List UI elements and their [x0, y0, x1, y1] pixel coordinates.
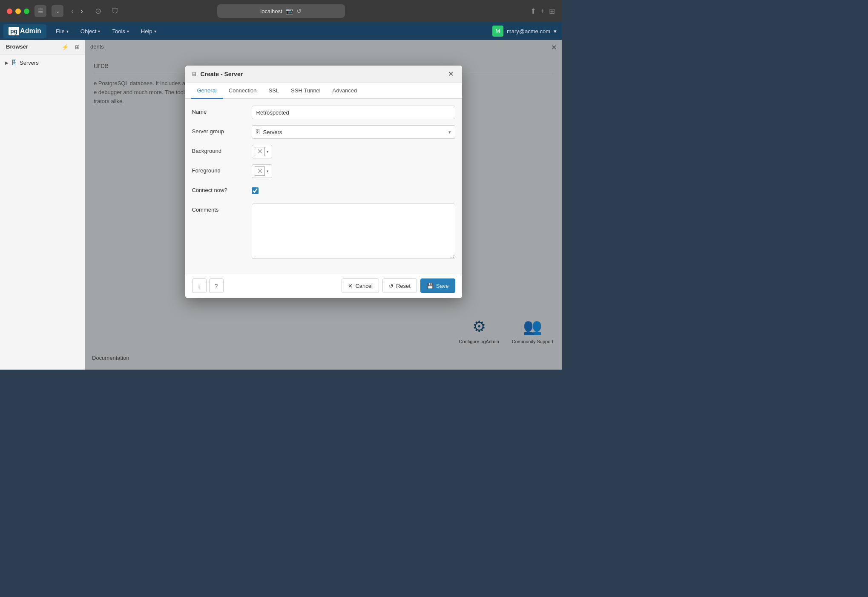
foreground-x-icon: ✕ [257, 167, 263, 175]
tree-item-servers[interactable]: ▶ 🗄 Servers [0, 58, 85, 67]
address-text: localhost [260, 8, 282, 14]
foreground-row: Foreground ✕ ▾ [192, 164, 455, 178]
tools-caret-icon: ▾ [127, 29, 129, 34]
connect-now-checkbox[interactable] [252, 187, 259, 194]
logo-admin: Admin [20, 27, 41, 35]
user-badge[interactable]: M mary@acme.com ▾ [492, 26, 557, 37]
footer-right: ✕ Cancel ↺ Reset 💾 Save [342, 278, 455, 293]
dialog-body: Name Server group 🗄 Servers [185, 99, 462, 273]
reset-icon: ↺ [389, 283, 394, 289]
menu-file[interactable]: File ▾ [50, 22, 75, 40]
menu-object[interactable]: Object ▾ [75, 22, 106, 40]
name-input[interactable] [252, 106, 455, 119]
tab-advanced[interactable]: Advanced [326, 83, 363, 99]
dialog-title: Create - Server [201, 71, 442, 77]
logo-pg: pg [9, 27, 19, 35]
grid-icon[interactable]: ⊞ [549, 7, 555, 16]
object-caret-icon: ▾ [98, 29, 100, 34]
name-row: Name [192, 106, 455, 119]
background-color-button[interactable]: ✕ ▾ [252, 145, 272, 158]
background-label: Background [192, 145, 252, 154]
save-button[interactable]: 💾 Save [420, 278, 455, 293]
user-avatar: M [492, 26, 503, 37]
connect-now-row: Connect now? [192, 184, 455, 198]
tab-ssl[interactable]: SSL [263, 83, 285, 99]
reset-button[interactable]: ↺ Reset [382, 278, 417, 293]
main-layout: Browser ⚡ ⊞ ▶ 🗄 Servers dents ✕ urce e P… [0, 40, 562, 370]
share-icon[interactable]: ⬆ [530, 7, 536, 16]
reload-icon[interactable]: ↺ [296, 8, 302, 14]
sidebar-toggle-button[interactable]: ☰ [34, 5, 46, 17]
reset-label: Reset [396, 283, 411, 289]
address-bar[interactable]: localhost 📷 ↺ [217, 4, 345, 18]
sidebar-content: ▶ 🗄 Servers [0, 55, 85, 370]
help-button[interactable]: ? [209, 278, 224, 293]
dialog-close-button[interactable]: ✕ [445, 70, 456, 78]
servers-label: Servers [20, 60, 39, 66]
server-group-control: 🗄 Servers ▾ [252, 125, 455, 139]
background-row: Background ✕ ▾ [192, 145, 455, 158]
home-button[interactable]: ⊙ [92, 6, 104, 16]
foreground-color-button[interactable]: ✕ ▾ [252, 164, 272, 178]
foreground-color-swatch: ✕ [255, 166, 265, 176]
foreground-caret-icon: ▾ [267, 169, 269, 173]
dialog-header: 🖥 Create - Server ✕ [185, 66, 462, 83]
cancel-x-icon: ✕ [348, 283, 353, 289]
server-group-label: Server group [192, 125, 252, 135]
sidebar-toolbar: Browser ⚡ ⊞ [0, 40, 85, 55]
question-icon: ? [215, 283, 218, 289]
footer-left: i ? [192, 278, 224, 293]
video-icon: 📷 [286, 8, 293, 14]
connect-now-label: Connect now? [192, 184, 252, 193]
maximize-window-button[interactable] [24, 9, 29, 14]
shield-button[interactable]: 🛡 [109, 7, 122, 16]
foreground-control: ✕ ▾ [252, 164, 455, 178]
user-caret-icon: ▾ [554, 28, 557, 34]
title-bar-actions: ⬆ + ⊞ [530, 7, 555, 16]
menu-help[interactable]: Help ▾ [135, 22, 162, 40]
content-area: dents ✕ urce e PostgreSQL database. It i… [85, 40, 562, 370]
comments-textarea[interactable] [252, 204, 455, 259]
user-email: mary@acme.com [507, 28, 550, 34]
dialog-footer: i ? ✕ Cancel ↺ Reset [185, 273, 462, 298]
refresh-button[interactable]: ⚡ [60, 42, 70, 52]
traffic-lights [7, 9, 29, 14]
help-caret-icon: ▾ [154, 29, 156, 34]
name-label: Name [192, 106, 252, 115]
back-button[interactable]: ‹ [69, 7, 76, 16]
name-control [252, 106, 455, 119]
sidebar: Browser ⚡ ⊞ ▶ 🗄 Servers [0, 40, 85, 370]
expand-button[interactable]: ⌄ [52, 5, 63, 17]
new-tab-icon[interactable]: + [540, 7, 545, 15]
close-window-button[interactable] [7, 9, 12, 14]
server-group-select[interactable]: Servers [252, 125, 455, 139]
background-caret-icon: ▾ [267, 149, 269, 154]
tab-connection[interactable]: Connection [223, 83, 263, 99]
table-view-button[interactable]: ⊞ [72, 42, 82, 52]
tab-ssh-tunnel[interactable]: SSH Tunnel [285, 83, 326, 99]
modal-overlay: 🖥 Create - Server ✕ General Connection S… [85, 40, 562, 370]
tree-toggle-icon: ▶ [5, 60, 9, 65]
tab-general[interactable]: General [191, 83, 223, 99]
connect-now-control [252, 184, 455, 198]
info-button[interactable]: i [192, 278, 207, 293]
menu-tools[interactable]: Tools ▾ [106, 22, 135, 40]
dialog-tabs: General Connection SSL SSH Tunnel Advanc… [185, 83, 462, 99]
title-bar: ☰ ⌄ ‹ › ⊙ 🛡 localhost 📷 ↺ ⬆ + ⊞ [0, 0, 562, 22]
menu-bar: pg Admin File ▾ Object ▾ Tools ▾ Help ▾ … [0, 22, 562, 40]
pgadmin-logo: pg Admin [3, 24, 46, 38]
info-icon: i [198, 283, 200, 289]
minimize-window-button[interactable] [15, 9, 21, 14]
server-group-row: Server group 🗄 Servers ▾ [192, 125, 455, 139]
background-color-swatch: ✕ [255, 147, 265, 156]
forward-button[interactable]: › [78, 7, 86, 16]
file-caret-icon: ▾ [66, 29, 69, 34]
cancel-button[interactable]: ✕ Cancel [342, 278, 379, 293]
cancel-label: Cancel [355, 283, 372, 289]
server-group-select-wrapper: 🗄 Servers ▾ [252, 125, 455, 139]
comments-label: Comments [192, 204, 252, 213]
nav-buttons: ‹ › [69, 7, 86, 16]
background-control: ✕ ▾ [252, 145, 455, 158]
dialog-server-icon: 🖥 [191, 71, 197, 77]
color-x-icon: ✕ [257, 148, 263, 155]
